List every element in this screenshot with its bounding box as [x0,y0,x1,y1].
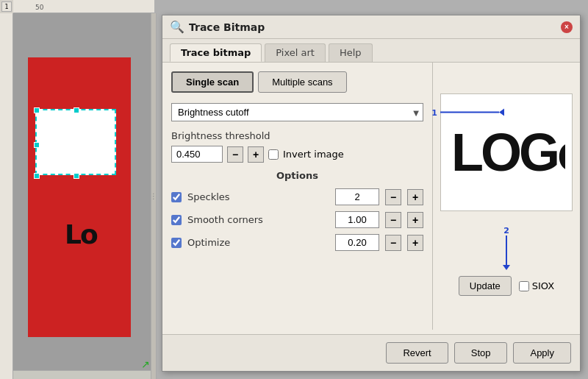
invert-image-label: Invert image [283,149,344,160]
left-panel: Single scan Multiple scans Brightness cu… [162,63,433,330]
trace-bitmap-dialog: 🔍 Trace Bitmap × Trace bitmap Pixel art … [162,15,581,372]
logo-svg: LOGo [448,116,565,182]
threshold-row: − + Invert image [171,146,423,163]
speckles-label: Speckles [187,191,329,202]
invert-row: Invert image [268,149,344,160]
optimize-input[interactable] [335,234,379,251]
handle-ml[interactable] [34,142,40,148]
speckles-input[interactable] [335,188,379,205]
dropdown-wrapper: Brightness cutoff ▼ [171,103,423,121]
optimize-row: Optimize − + [171,234,423,251]
dropdown-section: Brightness cutoff ▼ 1 [171,103,423,121]
optimize-label: Optimize [187,237,329,248]
threshold-increase-button[interactable]: + [248,146,264,163]
annotation-arrow-head [499,109,504,116]
handle-bm[interactable] [74,173,79,179]
tabs-container: Trace bitmap Pixel art Help [162,39,580,63]
threshold-decrease-button[interactable]: − [227,146,243,163]
tabs-inner: Trace bitmap Pixel art Help [170,39,573,62]
canvas-direction-icon: ↗ [141,358,151,369]
single-scan-button[interactable]: Single scan [171,71,254,93]
options-title: Options [171,170,423,181]
smooth-corners-input[interactable] [335,211,379,228]
horizontal-scrollbar[interactable] [13,370,154,379]
ruler-top: 50 [13,0,154,13]
separator-dots: ⋮ [150,193,157,200]
speckles-checkbox[interactable] [171,192,182,202]
smooth-corners-label: Smooth corners [187,214,329,225]
dialog-body: Single scan Multiple scans Brightness cu… [162,63,580,330]
smooth-corners-row: Smooth corners − + [171,211,423,228]
optimize-decrease-button[interactable]: − [385,235,401,251]
siox-label: SIOX [532,280,554,291]
dialog-title: Trace Bitmap [189,21,556,33]
annotation-2-line [506,235,507,265]
annotation-2-number: 2 [503,226,509,235]
speckles-row: Speckles − + [171,188,423,205]
siox-row: SIOX [519,280,554,291]
handle-tm[interactable] [74,107,79,113]
dialog-footer: Revert Stop Apply [162,334,580,371]
stop-button[interactable]: Stop [454,342,508,364]
speckles-increase-button[interactable]: + [407,189,423,205]
tab-trace-bitmap[interactable]: Trace bitmap [170,43,262,62]
canvas-area: 1 50 Lo ↗ [0,0,154,379]
apply-button[interactable]: Apply [513,342,571,364]
tab-help[interactable]: Help [329,43,373,62]
annotation-2-head [503,265,510,270]
update-button[interactable]: Update [459,276,512,296]
scan-buttons: Single scan Multiple scans [171,71,423,93]
annotation-2-arrow [503,235,510,270]
siox-checkbox[interactable] [519,281,529,291]
red-rectangle [28,57,131,337]
panel-separator[interactable]: ⋮ [151,13,157,379]
threshold-input[interactable] [171,146,223,163]
close-button[interactable]: × [561,21,573,33]
update-row: Update SIOX [459,276,554,296]
threshold-label: Brightness threshold [171,130,423,141]
smooth-corners-checkbox[interactable] [171,215,182,225]
annotation-arrow-line [440,112,499,113]
handle-tl[interactable] [34,107,40,113]
tab-pixel-art[interactable]: Pixel art [265,43,326,62]
speckles-decrease-button[interactable]: − [385,189,401,205]
handle-bl[interactable] [34,173,40,179]
canvas-content: Lo [13,13,154,379]
smooth-corners-increase-button[interactable]: + [407,212,423,228]
page-indicator: 1 [1,1,12,12]
annotation-2: 2 [503,226,510,270]
annotation-1-arrow [440,109,504,116]
logo-preview-text: LOGo [448,116,565,190]
svg-text:LOGo: LOGo [451,123,565,182]
trace-icon: 🔍 [170,20,184,34]
ruler-left [0,13,13,379]
smooth-corners-decrease-button[interactable]: − [385,212,401,228]
logo-white-box: Lo [35,109,116,175]
right-panel: LOGo 2 Update SIOX [433,63,580,330]
canvas-logo-text: Lo [65,219,97,249]
annotation-1-number: 1 [431,107,437,117]
optimize-checkbox[interactable] [171,238,182,248]
annotation-1: 1 [431,107,504,117]
dialog-titlebar: 🔍 Trace Bitmap × [162,15,580,39]
multiple-scans-button[interactable]: Multiple scans [258,71,346,93]
brightness-dropdown[interactable]: Brightness cutoff [171,103,423,121]
optimize-increase-button[interactable]: + [407,235,423,251]
revert-button[interactable]: Revert [386,342,448,364]
invert-image-checkbox[interactable] [268,149,279,160]
